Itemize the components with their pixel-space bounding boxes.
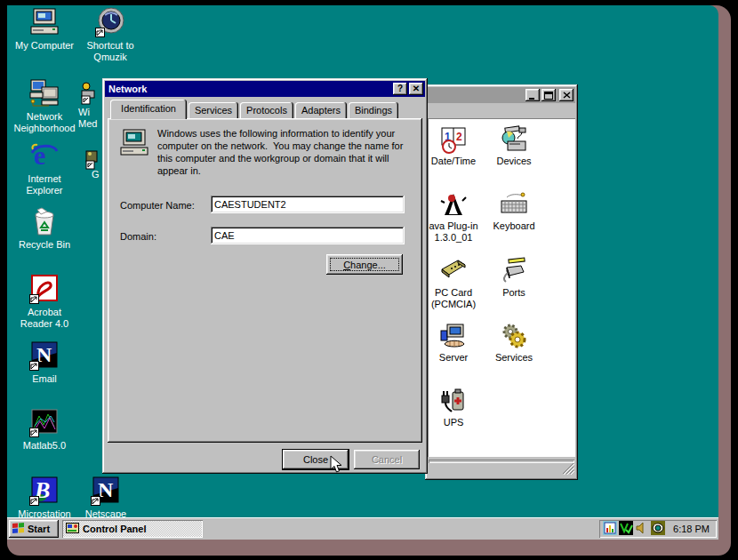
cp-item-ups[interactable]: UPS [428, 387, 481, 428]
desktop-icon-matlab[interactable]: Matlab5.0 [12, 407, 76, 452]
microstation-icon: B [29, 476, 60, 506]
desktop-icon-recycle-bin[interactable]: Recycle Bin [12, 206, 76, 251]
cp-item-label: ava Plug-in 1.3.0_01 [428, 220, 481, 244]
dialog-titlebar[interactable]: Network ? ✕ [105, 81, 425, 97]
control-panel-titlebar[interactable] [428, 87, 575, 103]
control-panel-icon [66, 522, 79, 536]
shortcut-arrow-icon [29, 428, 39, 437]
display-tray-icon[interactable] [651, 521, 665, 537]
recycle-bin-icon [29, 206, 60, 236]
dialog-title: Network [105, 84, 393, 94]
minimize-button[interactable] [525, 89, 540, 101]
shortcut-arrow-icon [91, 496, 100, 506]
shortcut-arrow-icon [29, 361, 39, 371]
desktop-icon-network-neighborhood[interactable]: Network Neighborhood [12, 78, 76, 134]
desktop-icon-qmuzik[interactable]: Shortcut to Qmuzik [75, 7, 146, 63]
desktop: My Computer Network Neighborhood [7, 5, 718, 540]
partial-media-icon[interactable] [78, 82, 98, 105]
cp-item-pc-card[interactable]: PC Card (PCMCIA) [428, 257, 481, 310]
desktop-icon-label: Acrobat Reader 4.0 [12, 307, 76, 330]
computer-icon [119, 129, 149, 159]
acrobat-reader-icon [29, 274, 60, 304]
task-label: Control Panel [83, 524, 147, 534]
computer-name-field[interactable]: CAESTUDENT2 [211, 196, 405, 213]
cp-item-ports[interactable]: Ports [486, 257, 541, 299]
cancel-button[interactable]: Cancel [354, 450, 420, 469]
volume-tray-icon[interactable] [635, 521, 649, 537]
cp-item-label: Server [428, 352, 481, 364]
tab-protocols[interactable]: Protocols [240, 102, 293, 118]
task-button-control-panel[interactable]: Control Panel [62, 520, 203, 538]
ports-icon [500, 257, 528, 285]
svg-text:2: 2 [456, 131, 462, 143]
close-window-button[interactable] [559, 89, 574, 101]
taskbar: Start Control Panel [7, 517, 718, 540]
change-button[interactable]: Change... [326, 254, 403, 275]
cp-item-date-time[interactable]: 1 2 Date/Time [428, 125, 481, 167]
start-label: Start [28, 524, 50, 534]
meter-tray-icon[interactable] [603, 521, 617, 537]
monitor-frame: My Computer Network Neighborhood [0, 0, 738, 560]
control-panel-menubar [428, 103, 575, 118]
cp-item-label: Devices [486, 156, 541, 167]
keyboard-icon [500, 190, 528, 219]
desktop-icon-label: Recycle Bin [12, 239, 76, 251]
cp-item-keyboard[interactable]: Keyboard [486, 190, 541, 232]
help-button[interactable]: ? [393, 83, 407, 95]
tab-bindings[interactable]: Bindings [349, 102, 398, 118]
computer-name-label: Computer Name: [120, 200, 195, 211]
shortcut-arrow-icon [95, 28, 105, 37]
vshield-tray-icon[interactable] [619, 521, 633, 537]
windows-flag-icon [12, 522, 25, 536]
cp-item-services[interactable]: Services [486, 322, 541, 364]
partial-g-label: G [92, 169, 100, 180]
tab-services[interactable]: Services [189, 102, 238, 118]
desktop-icon-label: Matlab5.0 [12, 440, 76, 452]
network-neighborhood-icon [29, 78, 60, 108]
tab-strip: Identification Services Protocols Adapte… [110, 100, 420, 119]
partial-g-icon[interactable] [84, 149, 98, 171]
start-button[interactable]: Start [9, 520, 59, 538]
desktop-icon-my-computer[interactable]: My Computer [12, 7, 76, 52]
partial-media-label: Wi Med [78, 107, 97, 130]
tray-clock[interactable]: 6:18 PM [667, 524, 713, 534]
shortcut-arrow-icon [29, 294, 39, 304]
matlab-icon [29, 407, 60, 437]
devices-icon [500, 125, 528, 154]
desktop-icon-email[interactable]: N Email [12, 340, 76, 385]
system-tray: 6:18 PM [599, 520, 717, 538]
desktop-icon-internet-explorer[interactable]: e Internet Explorer [12, 140, 76, 196]
domain-label: Domain: [120, 231, 156, 242]
cp-item-label: UPS [428, 417, 481, 428]
desktop-icon-microstation[interactable]: B Microstation [12, 476, 76, 520]
cp-item-java-plugin[interactable]: ava Plug-in 1.3.0_01 [428, 190, 481, 244]
domain-field[interactable]: CAE [211, 227, 405, 244]
services-gears-icon [500, 322, 528, 350]
desktop-icon-label: My Computer [12, 40, 76, 52]
desktop-icon-label: Network Neighborhood [12, 111, 76, 134]
desktop-icon-netscape[interactable]: N Netscape [75, 476, 137, 520]
resize-grip[interactable] [563, 463, 574, 476]
tab-adapters[interactable]: Adapters [295, 102, 347, 118]
cp-item-label: Services [486, 352, 541, 364]
internet-explorer-icon: e [29, 140, 60, 171]
cp-item-label: Keyboard [486, 220, 541, 232]
control-panel-client: 1 2 Date/Time [428, 118, 575, 457]
desktop-icon-label: Email [12, 373, 76, 385]
identification-description: Windows uses the following information t… [157, 127, 417, 177]
close-dialog-button[interactable]: ✕ [409, 83, 423, 95]
shortcut-arrow-icon [29, 496, 39, 506]
tab-identification[interactable]: Identification [110, 100, 187, 119]
maximize-button[interactable] [541, 89, 556, 101]
netscape-n-icon: N [91, 476, 121, 506]
network-dialog: Network ? ✕ Identification Services Prot… [102, 78, 428, 474]
identification-tab-page: Windows uses the following information t… [108, 118, 422, 443]
cp-item-devices[interactable]: Devices [486, 125, 541, 167]
cp-item-server[interactable]: Server [428, 322, 481, 364]
control-panel-window: 1 2 Date/Time [425, 84, 578, 480]
desktop-icon-label: Internet Explorer [12, 173, 76, 196]
pc-card-icon [439, 257, 468, 285]
my-computer-icon [29, 7, 60, 37]
control-panel-statusbar [428, 459, 575, 477]
desktop-icon-acrobat-reader[interactable]: Acrobat Reader 4.0 [12, 274, 76, 330]
